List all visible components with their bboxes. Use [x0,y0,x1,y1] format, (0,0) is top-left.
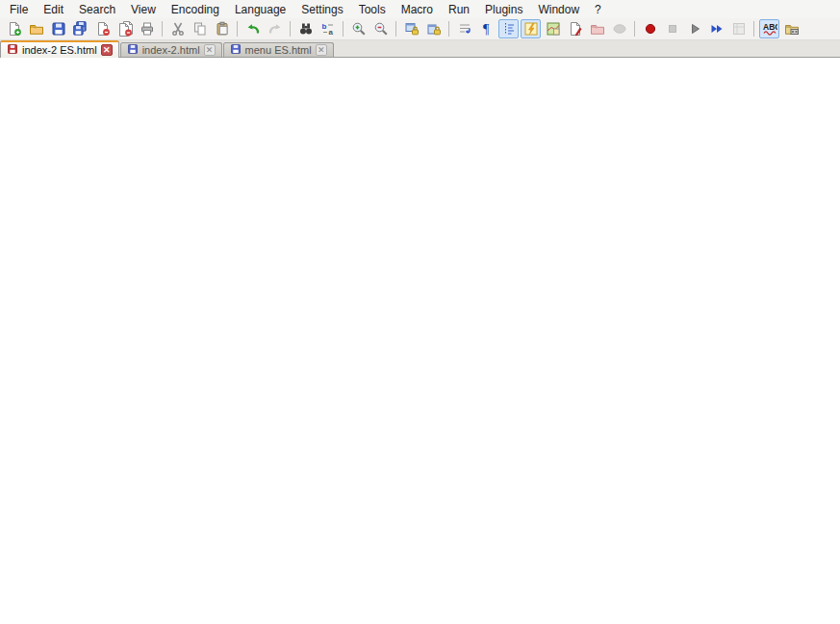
sync-scroll-h-icon[interactable] [423,19,444,38]
tab-index-2-es-html[interactable]: index-2 ES.html✕ [0,40,119,58]
open-folder-icon[interactable] [26,19,46,38]
toolbar-separator [753,21,754,37]
macro-play-icon[interactable] [684,19,704,38]
close-tab-icon[interactable]: ✕ [316,44,327,56]
toolbar-separator [162,21,163,37]
saved-file-icon [127,43,139,57]
show-all-chars-icon[interactable]: ¶ [476,19,496,38]
menu-view[interactable]: View [123,2,164,17]
menu-run[interactable]: Run [441,2,477,17]
close-file-icon[interactable] [92,19,113,38]
spell-check-icon[interactable]: ABC [759,19,779,38]
undo-icon[interactable] [242,19,263,38]
folder-workspace-icon[interactable] [587,19,607,38]
menu-tools[interactable]: Tools [351,2,394,17]
macro-record-icon[interactable] [640,19,660,38]
menu-encoding[interactable]: Encoding [164,2,227,17]
monitoring-icon[interactable] [609,19,629,38]
indent-guide-icon[interactable] [498,19,519,38]
paste-icon[interactable] [212,19,232,38]
toolbar-separator [290,21,291,37]
text-editor[interactable] [0,58,840,624]
menu-file[interactable]: File [2,2,36,17]
tab-bar: index-2 ES.html✕index-2.html✕menu ES.htm… [0,40,840,58]
svg-text:b: b [321,22,326,31]
sync-scroll-v-icon[interactable] [401,19,421,38]
menu-language[interactable]: Language [227,2,293,17]
toolbar-separator [343,21,344,37]
zoom-in-icon[interactable] [348,19,369,38]
toolbar: ba¶ABC [0,18,840,40]
word-wrap-icon[interactable] [454,19,474,38]
close-tab-icon[interactable]: ✕ [204,44,216,56]
macro-save-icon[interactable] [728,19,749,38]
menu-search[interactable]: Search [71,2,123,17]
close-tab-icon[interactable]: ✕ [101,44,113,56]
tab-index-2-html[interactable]: index-2.html✕ [120,42,222,57]
toolbar-separator [237,21,238,37]
doc-map-icon[interactable] [543,19,563,38]
menu-settings[interactable]: Settings [293,2,350,17]
unsaved-file-icon [7,43,18,57]
function-list-icon[interactable] [521,19,541,38]
toolbar-separator [634,21,635,37]
menu-edit[interactable]: Edit [36,2,71,17]
notepadpp-window: FileEditSearchViewEncodingLanguageSettin… [0,0,840,624]
menu-help[interactable]: ? [587,2,609,17]
save-icon[interactable] [48,19,68,38]
menu-plugins[interactable]: Plugins [477,2,530,17]
replace-icon[interactable]: ba [318,19,338,38]
svg-text:ABC: ABC [763,22,777,32]
saved-file-icon [230,43,242,57]
new-file-icon[interactable] [4,19,24,38]
svg-text:a: a [328,28,333,37]
print-icon[interactable] [137,19,157,38]
svg-text:¶: ¶ [483,22,490,37]
zoom-out-icon[interactable] [370,19,391,38]
macro-run-multiple-icon[interactable] [706,19,726,38]
menu-bar: FileEditSearchViewEncodingLanguageSettin… [0,0,840,18]
save-all-icon[interactable] [70,19,90,38]
tab-menu-es-html[interactable]: menu ES.html✕ [223,42,334,57]
toolbar-separator [395,21,396,37]
cut-icon[interactable] [167,19,188,38]
tab-label: index-2.html [142,44,200,56]
redo-icon[interactable] [265,19,285,38]
menu-window[interactable]: Window [530,2,587,17]
doc-monitor-icon[interactable] [781,19,802,38]
tab-label: index-2 ES.html [22,44,97,56]
tab-label: menu ES.html [245,44,312,56]
toolbar-separator [448,21,449,37]
copy-icon[interactable] [190,19,210,38]
doc-list-icon[interactable] [565,19,585,38]
close-all-icon[interactable] [115,19,135,38]
menu-macro[interactable]: Macro [394,2,441,17]
macro-stop-icon[interactable] [662,19,682,38]
find-icon[interactable] [295,19,316,38]
